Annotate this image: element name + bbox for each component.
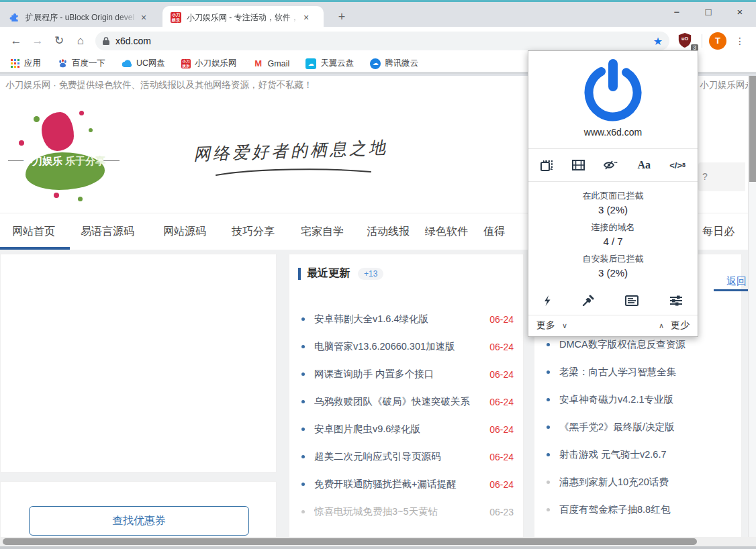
bookmark-apps[interactable]: 应用 (9, 58, 41, 69)
power-button-icon[interactable] (579, 55, 647, 125)
xiaodao-favicon: 小刀娱乐 (171, 12, 181, 23)
minimize-button[interactable]: − (661, 2, 692, 23)
list-item-title[interactable]: 《黑手党2》最终版/决定版 (559, 421, 732, 434)
close-icon[interactable]: × (141, 12, 146, 23)
scripting-toggle-icon[interactable]: </>8 (669, 160, 686, 170)
site-logo[interactable]: 小刀娱乐 乐于分享 (13, 111, 114, 205)
less-button[interactable]: 更少 (671, 319, 690, 332)
list-item-title[interactable]: 惊喜电玩城免费抽3~5天黄钻 (314, 505, 484, 518)
find-coupon-button[interactable]: 查找优惠券 (29, 506, 249, 536)
nav-item-yuyan[interactable]: 易语言源码 (81, 213, 134, 250)
back-link[interactable]: 返回 (726, 275, 747, 288)
nav-item-source[interactable]: 网站源码 (163, 213, 206, 250)
bookmark-star-icon[interactable]: ★ (653, 35, 663, 48)
home-icon[interactable]: ⌂ (70, 30, 91, 52)
list-item[interactable]: 浦惠到家新人10充20话费 (534, 468, 741, 496)
nav-item-home[interactable]: 网站首页 (12, 213, 55, 250)
bullet-dot (301, 428, 305, 431)
cosmetic-filtering-toggle-icon[interactable] (604, 160, 618, 170)
list-item[interactable]: 百度有驾金粽子抽8.8红包 (534, 496, 741, 523)
popup-footer: 更多 ∨ ∧ 更少 (528, 315, 698, 336)
list-item[interactable]: 超美二次元响应式引导页源码 06-24 (289, 443, 523, 470)
recent-updates-title: 最近更新 (307, 266, 350, 281)
list-item-title[interactable]: 浦惠到家新人10充20话费 (559, 476, 732, 489)
kebab-menu-icon[interactable]: ⋮ (733, 36, 747, 46)
back-icon[interactable]: ← (5, 30, 27, 52)
list-item-title[interactable]: 射击游戏 元气骑士v2.6.7 (559, 448, 732, 461)
lock-icon (102, 36, 110, 46)
list-item-date: 06-24 (489, 314, 514, 325)
vertical-scrollbar-thumb[interactable] (749, 76, 756, 182)
list-item-date: 06-24 (489, 479, 514, 490)
nav-item-tips[interactable]: 技巧分享 (232, 213, 275, 250)
nav-item-events[interactable]: 活动线报 (367, 213, 410, 250)
bookmark-uc-pan[interactable]: UC网盘 (122, 58, 165, 69)
vertical-scrollbar[interactable] (748, 76, 756, 537)
chevron-up-icon[interactable]: ∧ (659, 321, 664, 330)
list-item-title[interactable]: 百度有驾金粽子抽8.8红包 (559, 503, 732, 516)
tab-xiaodao-site[interactable]: 小刀娱乐 小刀娱乐网 - 专注活动，软件， × (162, 6, 324, 29)
list-item-title[interactable]: 安卓韩剧大全v1.6.4绿化版 (314, 313, 484, 326)
search-box-partial[interactable]: ? (698, 162, 745, 191)
element-picker-icon[interactable] (582, 295, 594, 307)
forward-icon[interactable]: → (27, 30, 48, 52)
list-item-title[interactable]: 免费开联通防骚扰拦截+漏话提醒 (314, 478, 484, 491)
bullet-dot (301, 317, 305, 321)
list-item-title[interactable]: 老梁：向古人学习智慧全集 (559, 366, 732, 379)
list-item[interactable]: 《黑手党2》最终版/决定版 (534, 413, 741, 441)
ublock-extension-icon[interactable]: uO 3 (677, 32, 695, 50)
tianyi-cloud-icon: ☁ (305, 58, 316, 69)
toolbar-separator (702, 34, 702, 48)
list-item[interactable]: 安卓神奇磁力v4.2.1专业版 (534, 386, 741, 413)
new-tab-button[interactable]: + (333, 9, 350, 26)
bookmark-xiaodao[interactable]: 小刀娱乐 小刀娱乐网 (181, 58, 237, 69)
bookmark-tianyi[interactable]: ☁ 天翼云盘 (305, 58, 354, 69)
bookmark-baidu[interactable]: 百度一下 (57, 58, 105, 69)
popups-toggle-icon[interactable] (540, 160, 553, 171)
list-item-title[interactable]: DMCA数字版权信息反查资源 (559, 338, 732, 351)
nav-item-daily[interactable]: 每日必 (702, 213, 735, 250)
list-item[interactable]: 安卓图片爬虫v9.6绿化版 06-24 (289, 415, 523, 443)
list-item[interactable]: 电脑管家v13.6.20660.301加速版 06-24 (289, 333, 523, 360)
address-bar[interactable]: x6d.com ★ (95, 32, 669, 50)
list-item-title[interactable]: 安卓图片爬虫v9.6绿化版 (314, 423, 484, 436)
tab-title: 扩展程序 - uBlock Origin devel (26, 12, 138, 23)
horizontal-scrollbar-thumb[interactable] (3, 538, 697, 545)
list-item[interactable]: 网课查询助手 内置多个接口 06-24 (289, 360, 523, 388)
bookmark-label: 天翼云盘 (320, 58, 354, 69)
list-item-title[interactable]: 乌鸦救赎团队《破局》快速突破关系 (314, 395, 484, 408)
avatar[interactable]: T (709, 32, 726, 50)
large-media-toggle-icon[interactable] (572, 160, 585, 170)
list-item[interactable]: 惊喜电玩城免费抽3~5天黄钻 06-23 (289, 498, 523, 526)
list-item-title[interactable]: 网课查询助手 内置多个接口 (314, 368, 484, 381)
list-item[interactable]: 免费开联通防骚扰拦截+漏话提醒 06-24 (289, 470, 523, 498)
nav-item-worth[interactable]: 值得 (483, 213, 505, 250)
maximize-button[interactable]: □ (693, 2, 724, 23)
settings-sliders-icon[interactable] (669, 295, 683, 306)
nav-item-software[interactable]: 绿色软件 (425, 213, 468, 250)
tab-extensions[interactable]: 扩展程序 - uBlock Origin devel × (9, 9, 161, 26)
close-window-button[interactable]: × (724, 2, 755, 23)
list-item-title[interactable]: 电脑管家v13.6.20660.301加速版 (314, 340, 484, 353)
chevron-down-icon[interactable]: ∨ (562, 321, 567, 330)
popup-action-row (528, 287, 698, 315)
list-item[interactable]: 射击游戏 元气骑士v2.6.7 (534, 441, 741, 468)
horizontal-scrollbar[interactable] (0, 537, 756, 546)
list-item[interactable]: 乌鸦救赎团队《破局》快速突破关系 06-24 (289, 388, 523, 415)
close-icon[interactable]: × (303, 12, 309, 23)
bookmark-gmail[interactable]: M Gmail (253, 58, 290, 69)
list-item-title[interactable]: 安卓神奇磁力v4.2.1专业版 (559, 393, 732, 406)
logo-text-green: 乐于分享 (65, 155, 105, 166)
list-item[interactable]: 安卓韩剧大全v1.6.4绿化版 06-24 (289, 305, 523, 333)
list-item[interactable]: 老梁：向古人学习智慧全集 (534, 358, 741, 386)
bookmark-weiyun[interactable]: ☁ 腾讯微云 (370, 58, 418, 69)
logger-icon[interactable] (625, 295, 639, 306)
more-button[interactable]: 更多 (536, 319, 555, 332)
reload-icon[interactable]: ↻ (48, 30, 70, 52)
element-zapper-icon[interactable] (543, 295, 551, 307)
svg-text:uO: uO (681, 36, 688, 42)
remote-fonts-toggle-icon[interactable]: Aa (637, 159, 651, 171)
list-item-title[interactable]: 超美二次元响应式引导页源码 (314, 450, 484, 463)
nav-item-study[interactable]: 宅家自学 (301, 213, 344, 250)
browser-window: 扩展程序 - uBlock Origin devel × 小刀娱乐 小刀娱乐网 … (0, 0, 756, 549)
